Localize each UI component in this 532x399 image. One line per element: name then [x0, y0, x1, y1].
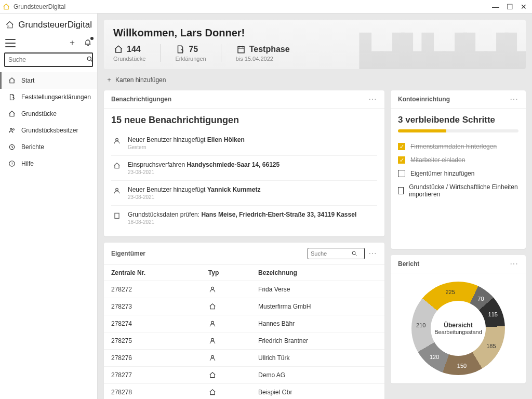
calendar-icon [236, 44, 246, 55]
users-icon [8, 126, 16, 135]
cell-type [201, 367, 251, 384]
sidebar: € GrundsteuerDigital ＋ Start [0, 14, 98, 399]
donut-segment-label: 150 [457, 363, 467, 369]
cell-nr: 278276 [104, 350, 201, 367]
menu-icon[interactable] [5, 39, 16, 47]
table-row[interactable]: 278274Hannes Bähr [104, 315, 384, 332]
user-icon [208, 337, 217, 345]
svg-line-2 [91, 60, 93, 62]
user-icon [112, 186, 122, 200]
skyline-decor: ▙▟▙▙▟▙▟▙ [360, 33, 526, 69]
col-nr[interactable]: Zentrale Nr. [104, 265, 201, 281]
table-row[interactable]: 278277Demo AG [104, 367, 384, 384]
cell-nr: 278275 [104, 332, 201, 350]
table-row[interactable]: 278276Ullrich Türk [104, 350, 384, 367]
donut-segment-label: 185 [486, 343, 496, 349]
table-row[interactable]: 278275Friedrich Brantner [104, 332, 384, 350]
nav-label: Feststellungserklärungen [21, 94, 91, 101]
owners-search[interactable] [308, 248, 365, 259]
stat-value: 144 [127, 45, 141, 54]
stat-label: Grundstücke [113, 56, 145, 62]
house-icon [208, 371, 217, 379]
brand-text: GrundsteuerDigital [18, 20, 92, 30]
cell-nr: 278272 [104, 281, 201, 298]
svg-point-4 [12, 129, 14, 130]
cell-name: Ullrich Türk [251, 350, 384, 367]
nav-reports[interactable]: Berichte [0, 139, 97, 155]
cell-name: Friedrich Brantner [251, 332, 384, 350]
cell-nr: 278274 [104, 315, 201, 332]
svg-point-22 [211, 355, 214, 358]
document-icon [175, 44, 185, 55]
notification-item[interactable]: Grundstücksdaten prüfen: Hans Meise, Fri… [111, 206, 377, 230]
svg-point-19 [211, 287, 214, 289]
owners-table: Zentrale Nr. Typ Bezeichnung 278272Frida… [104, 264, 384, 399]
more-icon[interactable]: ··· [510, 260, 518, 268]
home-icon [8, 76, 16, 85]
owners-card: Eigentümer ··· Zentrale N [104, 243, 384, 399]
svg-rect-8 [238, 47, 244, 53]
setup-step[interactable]: ✓Mitarbeiter einladen [398, 153, 518, 167]
nav-help[interactable]: ? Hilfe [0, 155, 97, 172]
stat-value: Testphase [249, 45, 290, 54]
cell-nr: 278273 [104, 298, 201, 315]
svg-text:?: ? [11, 162, 13, 166]
card-title: Kontoeinrichtung [398, 96, 450, 103]
notification-item[interactable]: Einspruchsverfahren Handyschmiede-Saar 1… [111, 156, 377, 181]
window-title: GrundsteuerDigital [14, 3, 65, 10]
clock-icon [8, 143, 16, 151]
notification-date: 23-08-2021 [128, 194, 376, 200]
svg-rect-14 [115, 213, 119, 218]
house-icon [112, 161, 122, 175]
cell-type [201, 350, 251, 367]
window-minimize[interactable]: — [492, 3, 499, 11]
col-type[interactable]: Typ [201, 265, 251, 281]
owners-search-input[interactable] [311, 250, 351, 257]
stat-label: Erklärungen [175, 56, 206, 62]
stat-label: bis 15.04.2022 [236, 56, 290, 62]
notification-date: 23-08-2021 [128, 169, 376, 175]
table-row[interactable]: 278272Frida Verse [104, 281, 384, 298]
cell-nr: 278278 [104, 384, 201, 400]
add-cards-button[interactable]: ＋ Karten hinzufügen [104, 69, 526, 90]
sidebar-search[interactable] [4, 52, 93, 67]
setup-step[interactable]: Eigentümer hinzufügen [398, 167, 518, 180]
cell-name: Demo AG [251, 367, 384, 384]
more-icon[interactable]: ··· [369, 250, 377, 257]
checkbox-icon: ✓ [398, 143, 405, 150]
svg-point-13 [116, 188, 118, 191]
window-titlebar: GrundsteuerDigital — ☐ ✕ [0, 0, 532, 14]
card-title: Bericht [398, 260, 419, 268]
notification-text: Neuer Benutzer hinzugefügt Yannick Kumme… [128, 186, 376, 193]
add-icon[interactable]: ＋ [68, 37, 76, 48]
notification-date: 18-08-2021 [128, 219, 376, 225]
setup-progress [398, 129, 518, 132]
bell-icon[interactable] [84, 38, 92, 48]
notification-item[interactable]: Neuer Benutzer hinzugefügt Ellen HölkenG… [111, 131, 377, 156]
window-maximize[interactable]: ☐ [507, 3, 513, 11]
house-icon [113, 44, 124, 55]
notification-item[interactable]: Neuer Benutzer hinzugefügt Yannick Kumme… [111, 181, 377, 206]
table-row[interactable]: 278278Beispiel Gbr [104, 384, 384, 400]
welcome-card: ▙▟▙▙▟▙▟▙ Willkommen, Lars Donner! 144 Gr… [104, 20, 526, 69]
cell-name: Musterfirma GmbH [251, 298, 384, 315]
more-icon[interactable]: ··· [369, 96, 377, 103]
setup-step[interactable]: ✓Firmenstammdaten hinterlegen [398, 140, 518, 153]
report-card: Bericht ··· Übersicht Bearbeitungsstand … [391, 255, 526, 383]
sidebar-search-input[interactable] [8, 56, 86, 63]
notifications-card: Benachrichtigungen ··· 15 neue Benachric… [104, 90, 384, 236]
nav-declarations[interactable]: Feststellungserklärungen [0, 89, 97, 105]
stat-plots: 144 Grundstücke [113, 44, 145, 62]
nav-plots[interactable]: Grundstücke [0, 105, 97, 122]
col-name[interactable]: Bezeichnung [251, 265, 384, 281]
donut-segment-label: 70 [477, 296, 484, 302]
add-cards-label: Karten hinzufügen [115, 76, 166, 84]
setup-step[interactable]: Grundstücke / Wirtschaftliche Einheiten … [398, 180, 518, 201]
nav-owners[interactable]: Grundstücksbesitzer [0, 122, 97, 139]
more-icon[interactable]: ··· [510, 96, 518, 103]
brand: € GrundsteuerDigital [0, 14, 97, 34]
table-row[interactable]: 278273Musterfirma GmbH [104, 298, 384, 315]
window-close[interactable]: ✕ [521, 3, 527, 11]
nav-start[interactable]: Start [0, 72, 97, 89]
svg-point-21 [211, 338, 214, 341]
